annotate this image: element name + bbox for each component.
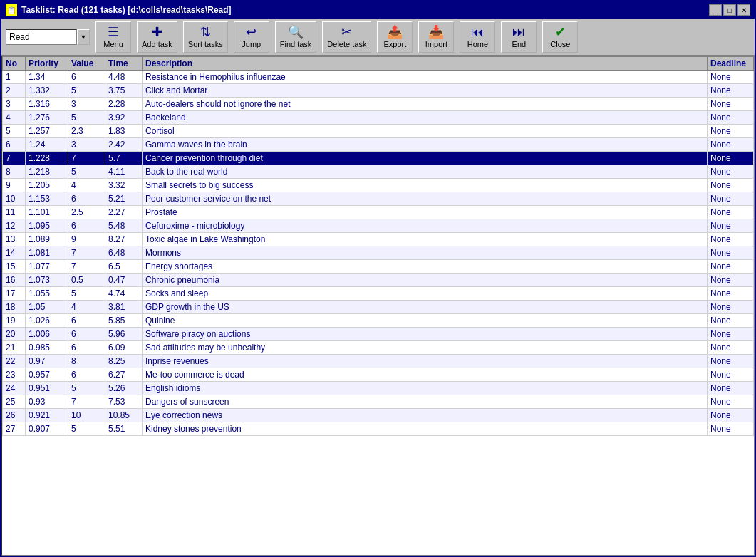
jump-button[interactable]: ↩ Jump [234,21,269,53]
cell-description: Me-too commerce is dead [143,368,708,382]
collection-dropdown[interactable]: Read ▼ [6,29,90,45]
delete-task-button[interactable]: ✂ Delete task [322,21,371,53]
table-row[interactable]: 91.20543.32Small secrets to big successN… [3,179,754,192]
cell-value: 7 [68,246,105,260]
table-row[interactable]: 41.27653.92BaekelandNone [3,111,754,125]
table-row[interactable]: 151.07776.5Energy shortagesNone [3,260,754,274]
home-button[interactable]: ⏮ Home [460,21,495,53]
cell-priority: 1.05 [26,301,68,314]
cell-value: 2.5 [68,206,105,219]
minimize-button[interactable]: _ [709,4,722,16]
table-row[interactable]: 230.95766.27Me-too commerce is deadNone [3,368,754,382]
table-row[interactable]: 121.09565.48Cefuroxime - microbiologyNon… [3,219,754,233]
table-row[interactable]: 21.33253.75Click and MortarNone [3,84,754,98]
cell-description: Mormons [143,246,708,260]
cell-value: 5 [68,111,105,125]
table-row[interactable]: 270.90755.51Kidney stones preventionNone [3,422,754,436]
table-row[interactable]: 31.31632.28Auto-dealers should not ignor… [3,98,754,111]
table-row[interactable]: 141.08176.48MormonsNone [3,246,754,260]
add-task-button[interactable]: ✚ Add task [137,21,177,53]
cell-deadline: None [708,382,754,395]
cell-description: Toxic algae in Lake Washington [143,233,708,246]
import-button[interactable]: 📥 Import [418,21,454,53]
cell-priority: 0.957 [26,368,68,382]
task-table-container[interactable]: No Priority Value Time Description Deadl… [1,56,755,556]
cell-no: 25 [3,395,26,409]
table-row[interactable]: 51.2572.31.83CortisolNone [3,125,754,138]
delete-task-icon: ✂ [341,26,352,38]
table-row[interactable]: 11.3464.48Resistance in Hemophilus influ… [3,71,754,84]
table-row[interactable]: 181.0543.81GDP growth in the USNone [3,301,754,314]
table-row[interactable]: 101.15365.21Poor customer service on the… [3,192,754,206]
col-priority[interactable]: Priority [26,57,68,71]
cell-deadline: None [708,301,754,314]
table-row[interactable]: 250.9377.53Dangers of sunscreenNone [3,395,754,409]
col-time[interactable]: Time [105,57,143,71]
col-no[interactable]: No [3,57,26,71]
home-label: Home [467,40,488,48]
table-row[interactable]: 131.08998.27Toxic algae in Lake Washingt… [3,233,754,246]
cell-time: 2.28 [105,98,143,111]
cell-description: Cortisol [143,125,708,138]
export-button[interactable]: 📤 Export [377,21,413,53]
cell-value: 5 [68,165,105,179]
cell-description: Click and Mortar [143,84,708,98]
cell-time: 10.85 [105,409,143,422]
cell-description: Socks and sleep [143,287,708,301]
cell-time: 8.25 [105,355,143,368]
col-description[interactable]: Description [143,57,708,71]
table-row[interactable]: 201.00665.96Software piracy on auctionsN… [3,328,754,341]
table-row[interactable]: 260.9211010.85Eye correction newsNone [3,409,754,422]
table-row[interactable]: 191.02665.85QuinineNone [3,314,754,328]
cell-deadline: None [708,152,754,165]
cell-priority: 0.951 [26,382,68,395]
cell-time: 4.11 [105,165,143,179]
cell-value: 7 [68,395,105,409]
cell-no: 18 [3,301,26,314]
cell-deadline: None [708,98,754,111]
table-row[interactable]: 210.98566.09Sad attitudes may be unhealt… [3,341,754,355]
cell-priority: 1.055 [26,287,68,301]
table-row[interactable]: 61.2432.42Gamma waves in the brainNone [3,138,754,152]
close-task-button[interactable]: ✔ Close [542,21,578,53]
col-value[interactable]: Value [68,57,105,71]
table-row[interactable]: 240.95155.26English idiomsNone [3,382,754,395]
window-title: Tasklist: Read (121 tasks) [d:\colls\rea… [21,5,232,15]
maximize-button[interactable]: □ [723,4,736,16]
table-row[interactable]: 81.21854.11Back to the real worldNone [3,165,754,179]
find-task-button[interactable]: 🔍 Find task [275,21,317,53]
sort-tasks-button[interactable]: ⇅ Sort tasks [183,21,228,53]
close-button[interactable]: ✕ [737,4,750,16]
find-task-label: Find task [280,40,312,48]
cell-value: 0.5 [68,274,105,287]
cell-deadline: None [708,233,754,246]
table-row[interactable]: 71.22875.7Cancer prevention through diet… [3,152,754,165]
cell-priority: 0.985 [26,341,68,355]
menu-button[interactable]: ☰ Menu [95,21,131,53]
sort-tasks-icon: ⇅ [200,26,211,38]
col-deadline[interactable]: Deadline [708,57,754,71]
table-row[interactable]: 220.9788.25Inprise revenuesNone [3,355,754,368]
table-row[interactable]: 111.1012.52.27ProstateNone [3,206,754,219]
cell-deadline: None [708,111,754,125]
table-row[interactable]: 161.0730.50.47Chronic pneumoniaNone [3,274,754,287]
cell-priority: 1.026 [26,314,68,328]
dropdown-arrow[interactable]: ▼ [77,29,90,45]
table-row[interactable]: 171.05554.74Socks and sleepNone [3,287,754,301]
cell-deadline: None [708,395,754,409]
add-task-label: Add task [142,40,172,48]
cell-description: Small secrets to big success [143,179,708,192]
cell-priority: 1.073 [26,274,68,287]
cell-description: Resistance in Hemophilus influenzae [143,71,708,84]
cell-time: 6.5 [105,260,143,274]
cell-time: 3.32 [105,179,143,192]
cell-description: Inprise revenues [143,355,708,368]
end-button[interactable]: ⏭ End [501,21,537,53]
toolbar: Read ▼ ☰ Menu ✚ Add task ⇅ Sort tasks ↩ … [1,19,755,56]
collection-input[interactable]: Read [6,29,77,45]
cell-value: 5 [68,382,105,395]
cell-no: 21 [3,341,26,355]
export-label: Export [383,40,406,48]
delete-task-label: Delete task [327,40,366,48]
cell-deadline: None [708,138,754,152]
